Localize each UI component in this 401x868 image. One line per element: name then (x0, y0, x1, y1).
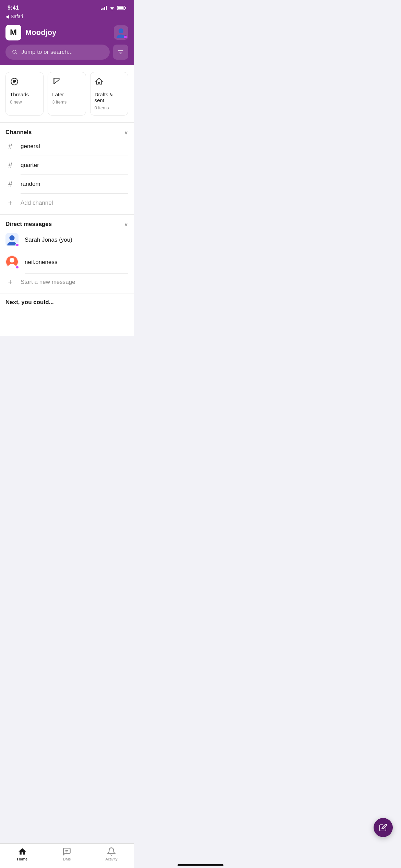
later-title: Later (52, 92, 81, 97)
channels-section: Channels ∨ # general # quarter # random … (0, 123, 134, 214)
channel-item-random[interactable]: # random (5, 175, 128, 193)
neil-avatar-wrap (5, 255, 19, 269)
sarah-status-dot (15, 243, 19, 247)
next-section: Next, you could... (0, 293, 134, 309)
search-icon (12, 49, 18, 55)
threads-card[interactable]: Threads 0 new (5, 72, 44, 116)
later-icon (52, 77, 81, 88)
battery-icon (117, 5, 126, 10)
status-icons (101, 5, 126, 10)
dm-item-neil[interactable]: neil.oneness (5, 251, 128, 273)
search-row: Jump to or search... (5, 45, 128, 60)
add-channel-label: Add channel (21, 200, 53, 206)
drafts-icon (95, 77, 124, 88)
search-placeholder: Jump to or search... (21, 49, 73, 56)
start-message-label: Start a new message (21, 279, 75, 286)
workspace-info: M Moodjoy (5, 25, 56, 40)
filter-button[interactable] (113, 45, 128, 60)
status-bar: 9:41 (0, 0, 134, 13)
dm-item-sarah[interactable]: Sarah Jonas (you) (5, 229, 128, 251)
svg-point-3 (119, 28, 123, 33)
online-status-dot (124, 35, 127, 39)
later-card[interactable]: Later 3 items (48, 72, 86, 116)
channel-name-quarter: quarter (21, 162, 39, 169)
search-bar[interactable]: Jump to or search... (5, 45, 110, 60)
neil-status-dot (15, 265, 19, 269)
add-channel-item[interactable]: + Add channel (5, 194, 128, 212)
workspace-logo[interactable]: M (5, 25, 21, 40)
svg-point-9 (10, 258, 14, 263)
hash-icon-general: # (5, 142, 15, 151)
hash-icon-random: # (5, 180, 15, 189)
threads-title: Threads (10, 92, 39, 97)
user-avatar-button[interactable] (114, 25, 128, 40)
app-header: M Moodjoy Jump to or search... (0, 21, 134, 65)
channels-title: Channels (5, 129, 32, 136)
signal-icon (101, 6, 107, 10)
next-title: Next, you could... (5, 299, 54, 305)
channel-name-random: random (21, 181, 40, 188)
main-content: Threads 0 new Later 3 items Drafts & sen… (0, 65, 134, 336)
safari-back[interactable]: ◀ Safari (0, 13, 134, 21)
channel-item-general[interactable]: # general (5, 137, 128, 156)
filter-icon (117, 49, 124, 56)
svg-rect-1 (125, 7, 126, 9)
drafts-subtitle: 0 items (95, 105, 124, 110)
dm-section: Direct messages ∨ Sarah Jonas (you) (0, 215, 134, 293)
drafts-title: Drafts & sent (95, 92, 124, 103)
svg-rect-2 (118, 7, 123, 9)
dm-header[interactable]: Direct messages ∨ (5, 221, 128, 228)
channels-header[interactable]: Channels ∨ (5, 129, 128, 136)
status-time: 9:41 (8, 5, 19, 11)
channels-chevron: ∨ (124, 129, 128, 136)
start-new-message[interactable]: + Start a new message (5, 274, 128, 291)
threads-subtitle: 0 new (10, 99, 39, 105)
later-subtitle: 3 items (52, 99, 81, 105)
dm-chevron: ∨ (124, 221, 128, 228)
dm-title: Direct messages (5, 221, 52, 228)
add-channel-icon: + (5, 198, 15, 207)
sarah-name: Sarah Jonas (you) (25, 237, 72, 243)
threads-icon (10, 77, 39, 88)
workspace-name: Moodjoy (25, 28, 56, 37)
safari-back-label: ◀ Safari (5, 14, 23, 19)
quick-access-row: Threads 0 new Later 3 items Drafts & sen… (0, 65, 134, 122)
hash-icon-quarter: # (5, 161, 15, 170)
sarah-avatar-wrap (5, 233, 19, 247)
svg-point-6 (9, 235, 14, 240)
channel-name-general: general (21, 143, 40, 150)
wifi-icon (109, 5, 115, 10)
drafts-card[interactable]: Drafts & sent 0 items (90, 72, 128, 116)
add-dm-icon: + (5, 278, 15, 287)
neil-name: neil.oneness (25, 259, 57, 266)
channel-item-quarter[interactable]: # quarter (5, 156, 128, 174)
